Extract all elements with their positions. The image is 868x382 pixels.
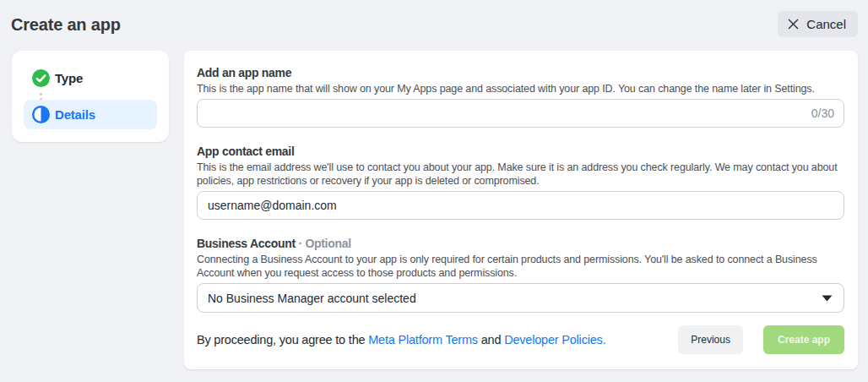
contact-email-label: App contact email bbox=[197, 145, 844, 158]
step-connector bbox=[32, 93, 49, 100]
char-counter: 0/30 bbox=[811, 106, 834, 120]
cancel-label: Cancel bbox=[806, 17, 846, 31]
stepper-sidebar: Type Details bbox=[12, 51, 169, 142]
page-title: Create an app bbox=[11, 15, 121, 35]
step-details-label: Details bbox=[55, 107, 95, 122]
business-account-label: Business Account · Optional bbox=[197, 237, 844, 250]
app-name-label: Add an app name bbox=[197, 66, 844, 79]
step-type[interactable]: Type bbox=[24, 63, 157, 93]
contact-email-input[interactable] bbox=[197, 191, 844, 220]
app-name-input[interactable] bbox=[197, 99, 844, 128]
form-footer: By proceeding, you agree to the Meta Pla… bbox=[197, 325, 844, 354]
create-app-button[interactable]: Create app bbox=[763, 325, 844, 354]
previous-button[interactable]: Previous bbox=[678, 325, 743, 354]
check-circle-icon bbox=[32, 69, 50, 87]
cancel-button[interactable]: Cancel bbox=[778, 11, 858, 37]
terms-text: By proceeding, you agree to the Meta Pla… bbox=[197, 333, 605, 347]
main-content: Type Details Add an app name This is the… bbox=[0, 51, 868, 369]
form-card: Add an app name This is the app name tha… bbox=[184, 51, 858, 369]
business-account-description: Connecting a Business Account to your ap… bbox=[197, 253, 844, 280]
select-value: No Business Manager account selected bbox=[208, 292, 416, 305]
developer-policies-link[interactable]: Developer Policies. bbox=[504, 333, 605, 347]
business-account-select[interactable]: No Business Manager account selected bbox=[197, 283, 844, 313]
step-details[interactable]: Details bbox=[24, 100, 157, 129]
meta-platform-terms-link[interactable]: Meta Platform Terms bbox=[368, 333, 478, 347]
contact-email-description: This is the email address we'll use to c… bbox=[197, 161, 844, 188]
step-type-label: Type bbox=[55, 71, 83, 85]
half-circle-icon bbox=[32, 106, 50, 123]
chevron-down-icon bbox=[822, 295, 833, 302]
close-icon bbox=[788, 19, 799, 30]
page-header: Create an app Cancel bbox=[0, 0, 868, 51]
optional-badge: · Optional bbox=[298, 237, 350, 250]
app-name-description: This is the app name that will show on y… bbox=[197, 82, 844, 96]
